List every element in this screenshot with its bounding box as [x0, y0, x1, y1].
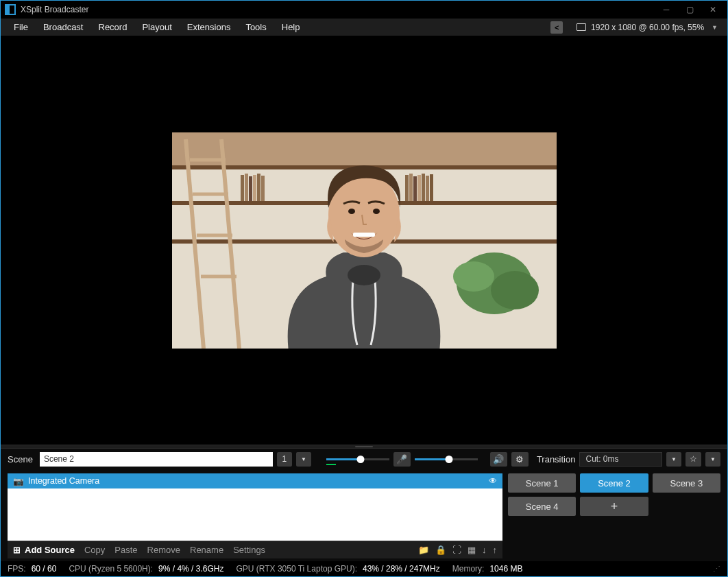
- xsplit-logo: [5, 4, 16, 15]
- transition-value[interactable]: Cut: 0ms: [579, 452, 662, 467]
- chevron-down-icon: ▼: [671, 456, 677, 462]
- menubar: File Broadcast Record Playout Extensions…: [1, 19, 727, 36]
- transition-dropdown[interactable]: ▼: [666, 452, 681, 467]
- add-source-label: Add Source: [25, 545, 75, 555]
- source-item[interactable]: 📷 Integrated Camera 👁: [8, 473, 502, 488]
- lower-panel: 📷 Integrated Camera 👁 ⊞ Add Source Copy …: [1, 469, 727, 561]
- add-icon: ⊞: [13, 545, 21, 555]
- svg-rect-1: [5, 5, 10, 14]
- svg-rect-16: [253, 175, 256, 201]
- star-icon: ☆: [690, 454, 697, 464]
- visibility-toggle[interactable]: 👁: [489, 476, 497, 486]
- cpu-value: 9% / 4% / 3.6GHz: [158, 564, 223, 574]
- menu-tools[interactable]: Tools: [238, 19, 274, 35]
- preview-area[interactable]: [1, 36, 727, 445]
- svg-rect-3: [172, 132, 557, 167]
- monitor-icon: [577, 23, 586, 31]
- menu-extensions[interactable]: Extensions: [180, 19, 239, 35]
- scene-button-3[interactable]: Scene 3: [653, 473, 720, 493]
- mic-button[interactable]: 🎤: [393, 452, 411, 467]
- gpu-value: 43% / 28% / 247MHz: [363, 564, 440, 574]
- share-icon[interactable]: <: [550, 21, 563, 34]
- svg-rect-21: [413, 176, 417, 201]
- svg-rect-19: [405, 175, 409, 201]
- chevron-down-icon: ▼: [712, 24, 718, 31]
- svg-rect-22: [417, 175, 421, 201]
- memory-value: 1046 MB: [489, 564, 522, 574]
- chevron-down-icon: ▼: [301, 456, 306, 462]
- memory-label: Memory:: [452, 564, 485, 574]
- titlebar[interactable]: XSplit Broadcaster ─ ▢ ✕: [1, 1, 727, 19]
- minimize-button[interactable]: ─: [655, 2, 678, 17]
- control-bar: Scene 1 ▼ 🎤 🔊 ⚙ Transition Cut: 0ms ▼ ☆ …: [1, 449, 727, 469]
- gpu-label: GPU (RTX 3050 Ti Laptop GPU):: [236, 564, 357, 574]
- speaker-icon: 🔊: [493, 454, 504, 464]
- source-name: Integrated Camera: [28, 476, 99, 486]
- grid-icon[interactable]: ▦: [468, 545, 476, 555]
- scene-label: Scene: [8, 454, 33, 464]
- menu-record[interactable]: Record: [91, 19, 135, 35]
- close-button[interactable]: ✕: [701, 2, 725, 17]
- camera-icon: 📷: [13, 476, 24, 486]
- rename-action[interactable]: Rename: [190, 545, 223, 555]
- maximize-button[interactable]: ▢: [678, 2, 701, 17]
- sources-panel: 📷 Integrated Camera 👁 ⊞ Add Source Copy …: [8, 473, 502, 558]
- svg-point-29: [348, 265, 380, 285]
- speaker-button[interactable]: 🔊: [490, 452, 507, 467]
- add-scene-button[interactable]: +: [580, 497, 648, 516]
- scenes-panel: Scene 1 Scene 2 Scene 3 Scene 4 +: [508, 473, 720, 558]
- chevron-down-icon: ▼: [710, 456, 716, 462]
- fps-label: FPS:: [8, 564, 26, 574]
- mic-icon: 🎤: [396, 454, 407, 464]
- svg-rect-15: [249, 176, 252, 201]
- svg-rect-25: [430, 174, 433, 201]
- fullscreen-icon[interactable]: ⛶: [452, 545, 461, 555]
- sources-toolbar: ⊞ Add Source Copy Paste Remove Rename Se…: [8, 541, 502, 558]
- preview-dropdown[interactable]: ▼: [296, 452, 311, 467]
- equalizer-icon: ⚙: [515, 454, 524, 464]
- scene-button-2[interactable]: Scene 2: [580, 473, 648, 493]
- status-bar: FPS: 60 / 60 CPU (Ryzen 5 5600H): 9% / 4…: [1, 561, 727, 576]
- svg-point-32: [373, 209, 380, 214]
- scene-button-1[interactable]: Scene 1: [508, 473, 576, 493]
- window-title: XSplit Broadcaster: [21, 5, 655, 14]
- lock-icon[interactable]: 🔒: [435, 545, 446, 555]
- paste-action[interactable]: Paste: [114, 545, 137, 555]
- preview-video[interactable]: [172, 132, 557, 349]
- menu-broadcast[interactable]: Broadcast: [36, 19, 91, 35]
- folder-icon[interactable]: 📁: [418, 545, 429, 555]
- move-down-icon[interactable]: ↓: [482, 545, 487, 555]
- cpu-label: CPU (Ryzen 5 5600H):: [69, 564, 153, 574]
- app-window: XSplit Broadcaster ─ ▢ ✕ File Broadcast …: [0, 0, 728, 577]
- menu-file[interactable]: File: [6, 19, 36, 35]
- remove-action[interactable]: Remove: [147, 545, 180, 555]
- settings-action[interactable]: Settings: [233, 545, 265, 555]
- resolution-display[interactable]: 1920 x 1080 @ 60.00 fps, 55% ▼: [572, 23, 722, 32]
- transition-label: Transition: [537, 454, 576, 464]
- svg-rect-17: [257, 174, 260, 201]
- add-source-button[interactable]: ⊞ Add Source: [13, 545, 75, 555]
- move-up-icon[interactable]: ↑: [493, 545, 498, 555]
- copy-action[interactable]: Copy: [84, 545, 105, 555]
- svg-rect-23: [422, 174, 425, 201]
- source-list[interactable]: 📷 Integrated Camera 👁: [8, 473, 502, 541]
- menu-playout[interactable]: Playout: [134, 19, 179, 35]
- scene-button-4[interactable]: Scene 4: [508, 497, 576, 516]
- svg-rect-14: [245, 174, 248, 201]
- svg-point-31: [348, 209, 355, 214]
- svg-point-28: [491, 271, 539, 309]
- svg-point-27: [453, 261, 494, 292]
- speaker-volume-slider[interactable]: [326, 452, 389, 467]
- preview-number[interactable]: 1: [277, 452, 292, 467]
- menu-items: File Broadcast Record Playout Extensions…: [6, 19, 308, 35]
- scene-name-input[interactable]: [40, 452, 273, 467]
- favorite-button[interactable]: ☆: [685, 452, 701, 467]
- svg-rect-13: [241, 175, 244, 201]
- mixer-button[interactable]: ⚙: [511, 452, 529, 467]
- menu-help[interactable]: Help: [274, 19, 308, 35]
- svg-rect-18: [261, 176, 265, 201]
- mic-volume-slider[interactable]: [415, 452, 478, 467]
- resize-grip[interactable]: ⋰: [713, 565, 720, 574]
- resolution-text: 1920 x 1080 @ 60.00 fps, 55%: [591, 23, 704, 32]
- transition-more[interactable]: ▼: [705, 452, 720, 467]
